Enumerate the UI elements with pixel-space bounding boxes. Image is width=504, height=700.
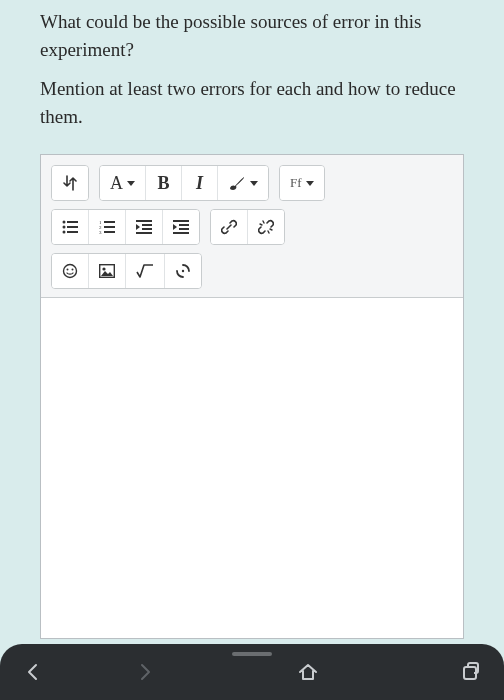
editor-textarea[interactable] xyxy=(41,298,463,638)
svg-rect-5 xyxy=(67,231,78,233)
font-size-dropdown[interactable]: A xyxy=(100,166,146,200)
nav-home-button[interactable] xyxy=(297,661,319,683)
svg-rect-1 xyxy=(67,221,78,223)
paragraph-direction-icon xyxy=(63,175,77,191)
nav-tabs-button[interactable] xyxy=(460,661,482,683)
italic-button[interactable]: I xyxy=(182,166,218,200)
svg-rect-9 xyxy=(104,226,115,228)
svg-point-0 xyxy=(63,221,66,224)
link-icon xyxy=(221,219,237,235)
svg-point-24 xyxy=(102,268,105,271)
outdent-icon xyxy=(136,220,152,234)
paragraph-direction-button[interactable] xyxy=(52,166,88,200)
insert-math-button[interactable] xyxy=(126,254,165,288)
caret-down-icon xyxy=(127,181,135,186)
svg-rect-16 xyxy=(173,220,189,222)
indent-button[interactable] xyxy=(163,210,199,244)
question-prompt: What could be the possible sources of er… xyxy=(40,8,464,130)
brush-icon xyxy=(228,176,246,190)
ordered-list-button[interactable]: 123 xyxy=(89,210,126,244)
caret-down-icon xyxy=(250,181,258,186)
svg-rect-18 xyxy=(179,228,189,230)
rich-text-editor: A B I xyxy=(40,154,464,639)
svg-point-20 xyxy=(64,265,77,278)
browser-bottom-nav xyxy=(0,644,504,700)
svg-rect-17 xyxy=(179,224,189,226)
svg-text:3: 3 xyxy=(99,230,102,234)
question-line-1: What could be the possible sources of er… xyxy=(40,8,464,63)
text-color-dropdown[interactable] xyxy=(218,166,268,200)
italic-label: I xyxy=(196,173,203,194)
svg-point-2 xyxy=(63,226,66,229)
remove-link-button[interactable] xyxy=(248,210,284,244)
editor-toolbar: A B I xyxy=(41,155,463,298)
svg-point-22 xyxy=(72,269,74,271)
insert-link-button[interactable] xyxy=(211,210,248,244)
svg-point-4 xyxy=(63,231,66,234)
indent-icon xyxy=(173,220,189,234)
svg-rect-13 xyxy=(142,224,152,226)
bold-label: B xyxy=(157,173,169,194)
smiley-icon xyxy=(62,263,78,279)
numbered-list-icon: 123 xyxy=(99,220,115,234)
svg-rect-3 xyxy=(67,226,78,228)
nav-back-button[interactable] xyxy=(22,661,44,683)
font-family-dropdown[interactable]: Ff xyxy=(280,166,324,200)
svg-rect-15 xyxy=(136,232,152,234)
bullet-list-icon xyxy=(62,220,78,234)
chemistry-icon xyxy=(175,263,191,279)
unlink-icon xyxy=(258,219,274,235)
square-root-icon xyxy=(136,264,154,278)
font-size-label: A xyxy=(110,173,123,194)
svg-rect-12 xyxy=(136,220,152,222)
insert-image-button[interactable] xyxy=(89,254,126,288)
svg-rect-7 xyxy=(104,221,115,223)
insert-emoji-button[interactable] xyxy=(52,254,89,288)
svg-rect-14 xyxy=(142,228,152,230)
svg-rect-11 xyxy=(104,231,115,233)
font-family-label: Ff xyxy=(290,175,302,191)
svg-rect-19 xyxy=(173,232,189,234)
question-line-2: Mention at least two errors for each and… xyxy=(40,75,464,130)
svg-point-21 xyxy=(67,269,69,271)
drag-handle[interactable] xyxy=(232,652,272,656)
nav-forward-button[interactable] xyxy=(134,661,156,683)
unordered-list-button[interactable] xyxy=(52,210,89,244)
outdent-button[interactable] xyxy=(126,210,163,244)
bold-button[interactable]: B xyxy=(146,166,182,200)
caret-down-icon xyxy=(306,181,314,186)
insert-chem-button[interactable] xyxy=(165,254,201,288)
image-icon xyxy=(99,264,115,278)
svg-point-25 xyxy=(182,270,184,272)
